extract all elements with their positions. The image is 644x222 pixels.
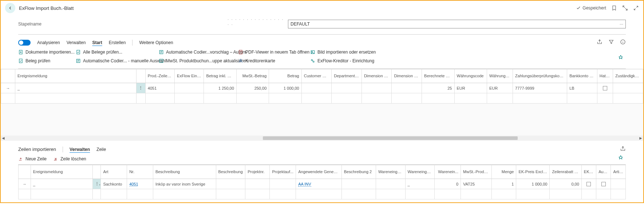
lower-share-icon[interactable] bbox=[620, 146, 626, 153]
lcell-warenein3[interactable]: 0 bbox=[435, 179, 461, 189]
info-icon[interactable] bbox=[620, 39, 626, 46]
lcol-artiknr[interactable]: Artik. Nr. bbox=[611, 165, 626, 179]
scroll-left-icon[interactable]: ◄ bbox=[1, 136, 6, 141]
cell-berechnete[interactable]: 25 bbox=[422, 83, 454, 93]
action-alle-belege-pruefen[interactable]: Alle Belege prüfen... bbox=[76, 50, 156, 55]
lrow-menu-icon[interactable]: ⋮ bbox=[93, 179, 101, 189]
action-exflow-kreditor[interactable]: ExFlow-Kreditor - Einrichtung bbox=[310, 58, 390, 63]
lcol-ekpreis-test[interactable]: EK-Preis test... bbox=[581, 165, 596, 179]
action-neue-zeile[interactable]: Neue Zeile bbox=[18, 156, 47, 161]
col-betrag-inkl[interactable]: Betrag inkl. MwSt. bbox=[204, 69, 236, 83]
lower-data-row[interactable]: → _ ⋮ Sachkonto 4051 Inköp av varor inom… bbox=[19, 179, 626, 189]
cell-event[interactable]: _ bbox=[15, 83, 136, 93]
lcol-mwstprod[interactable]: MwSt.-Produktbuch... bbox=[461, 165, 492, 179]
back-button[interactable] bbox=[5, 3, 15, 13]
lrow-selector-icon[interactable]: → bbox=[19, 179, 31, 189]
col-zustaendig[interactable]: Zuständigkei... bbox=[613, 69, 643, 83]
tab-erstellen[interactable]: Erstellen bbox=[109, 40, 126, 45]
expand-icon[interactable] bbox=[633, 5, 639, 11]
col-berechnete-mwst[interactable]: Berechnete MwSt. % bbox=[422, 69, 454, 83]
col-dim1[interactable]: Dimension 1 (Import) bbox=[361, 69, 392, 83]
col-waehrung[interactable]: Währungscode bbox=[454, 69, 487, 83]
lcol-warenein2[interactable]: Wareneingan... bbox=[405, 165, 435, 179]
bookmark-icon[interactable] bbox=[611, 5, 617, 11]
col-mwst-betrag[interactable]: MwSt.-Betrag bbox=[236, 69, 269, 83]
cell-zahlungs[interactable]: 7777-9999 bbox=[513, 83, 567, 93]
col-hat-dat[interactable]: Hat Dat... bbox=[597, 69, 613, 83]
lcell-angewendete[interactable]: AA INV bbox=[296, 179, 342, 189]
tab-weitere-optionen[interactable]: Weitere Optionen bbox=[139, 40, 173, 45]
cell-waehrung[interactable]: EUR bbox=[454, 83, 487, 93]
lcell-zeilenrabatt[interactable]: 0,00 bbox=[550, 179, 581, 189]
new-window-icon[interactable] bbox=[622, 5, 628, 11]
action-kreditorenkarte[interactable]: Kreditorenkarte bbox=[238, 58, 307, 63]
cell-betrag-inkl[interactable]: 1 250,00 bbox=[204, 83, 236, 93]
lcell-aufzeile[interactable] bbox=[596, 179, 611, 189]
action-bild-importieren[interactable]: Bild importieren oder ersetzen bbox=[310, 50, 390, 55]
lcell-menge[interactable]: 1 bbox=[492, 179, 516, 189]
col-waehrung-import[interactable]: Währungsc... (Import) bbox=[487, 69, 513, 83]
cell-bankkonto[interactable]: LB bbox=[567, 83, 597, 93]
col-exflow-code[interactable]: ExFlow Einkaufscode bbox=[175, 69, 204, 83]
filter-icon[interactable] bbox=[608, 39, 614, 46]
lcol-angewendete[interactable]: Angewendete Genehmigungsregel bbox=[296, 165, 342, 179]
lower-tab-zeile[interactable]: Zeile bbox=[96, 147, 106, 152]
lcol-beschreibung2[interactable]: Beschreibung 2 bbox=[341, 165, 376, 179]
action-dokumente-importieren[interactable]: Dokumente importieren... bbox=[18, 50, 73, 55]
lcell-ekpreis-test[interactable] bbox=[581, 179, 596, 189]
col-bankkonto[interactable]: Bankkonto Empfänger bbox=[567, 69, 597, 83]
lcell-art[interactable]: Sachkonto bbox=[101, 179, 127, 189]
col-betrag[interactable]: Betrag bbox=[269, 69, 301, 83]
tab-start[interactable]: Start bbox=[92, 40, 102, 45]
lcell-mwstprod[interactable]: VAT25 bbox=[461, 179, 492, 189]
analyze-toggle[interactable] bbox=[18, 40, 31, 46]
col-customer-group[interactable]: Customer Group Code bbox=[301, 69, 332, 83]
lcol-ekpreis-excl[interactable]: EK-Preis Excl. VAT bbox=[516, 165, 550, 179]
lcol-zeilenrabatt[interactable]: Zeilenrabatt % (Bestellung) bbox=[550, 165, 581, 179]
action-zeile-loeschen[interactable]: Zeile löschen bbox=[53, 156, 86, 161]
main-empty-row[interactable] bbox=[1, 93, 643, 104]
col-department[interactable]: Department Code bbox=[332, 69, 362, 83]
action-pdf-viewer[interactable]: PDF-Viewer in neuem Tab öffnen bbox=[238, 50, 307, 55]
action-mwst-aktualisieren[interactable]: MwSt. Produktbuchun...uppe aktualisieren bbox=[159, 58, 235, 63]
main-data-row[interactable]: → _ ⋮ 4051 1 250,00 250,00 1 000,00 25 E… bbox=[1, 83, 643, 93]
lcol-warenein1[interactable]: Wareneingan... bbox=[376, 165, 405, 179]
lcol-event[interactable]: Ereignismeldung bbox=[31, 165, 92, 179]
col-ereignismeldung[interactable]: Ereignismeldung bbox=[15, 69, 136, 83]
stapelname-input[interactable]: DEFAULT ··· bbox=[288, 20, 626, 28]
row-menu-icon[interactable]: ⋮ bbox=[136, 83, 145, 93]
scroll-right-icon[interactable]: ► bbox=[638, 136, 643, 141]
col-zahlungsueberpruefung[interactable]: Zahlungsüberprüfungskont... bbox=[513, 69, 567, 83]
col-dim2[interactable]: Dimension 2 (Import) bbox=[392, 69, 422, 83]
cell-hat-dat[interactable] bbox=[597, 83, 613, 93]
share-icon[interactable] bbox=[597, 39, 602, 46]
tab-verwalten[interactable]: Verwalten bbox=[67, 40, 86, 45]
lcol-beschreibung-col[interactable]: Beschreibung bbox=[216, 165, 245, 179]
cell-mwst-betrag[interactable]: 250,00 bbox=[236, 83, 269, 93]
lower-tab-verwalten[interactable]: Verwalten bbox=[70, 147, 90, 152]
lcol-beschreibung[interactable]: Beschreibung bbox=[153, 165, 216, 179]
lcol-warenein3[interactable]: Warenein... bbox=[435, 165, 461, 179]
row-selector-icon[interactable]: → bbox=[1, 83, 15, 93]
lower-pin-icon[interactable] bbox=[618, 155, 624, 162]
action-auto-codier-vorschlag[interactable]: Automatische Codier...vorschlag – Autom. bbox=[159, 50, 235, 55]
cell-exflow[interactable] bbox=[175, 83, 204, 93]
lcell-event[interactable]: _ bbox=[31, 179, 92, 189]
cell-prod[interactable]: 4051 bbox=[145, 83, 174, 93]
lcol-projektauf[interactable]: Projektauf... bbox=[270, 165, 296, 179]
lcol-nr[interactable]: Nr. bbox=[127, 165, 153, 179]
lcol-aufzeile[interactable]: Auf... Zeile prüf... bbox=[596, 165, 611, 179]
stapelname-lookup-icon[interactable]: ··· bbox=[620, 22, 623, 27]
lcol-menge[interactable]: Menge bbox=[492, 165, 516, 179]
scroll-thumb[interactable] bbox=[263, 136, 518, 140]
lcol-projektnr[interactable]: Projektnr. bbox=[245, 165, 270, 179]
pin-icon[interactable] bbox=[618, 55, 624, 62]
lower-empty-row[interactable] bbox=[19, 189, 626, 199]
col-prod-zeile[interactable]: Prod.-Zeile Einstandskon... bbox=[145, 69, 174, 83]
horizontal-scrollbar[interactable]: ◄ ► bbox=[1, 136, 643, 141]
cell-betrag[interactable]: 1 000,00 bbox=[269, 83, 301, 93]
action-beleg-pruefen[interactable]: Beleg prüfen bbox=[18, 58, 73, 63]
lcell-nr[interactable]: 4051 bbox=[127, 179, 153, 189]
lcell-ekpreis-excl[interactable]: 1 000,00 bbox=[516, 179, 550, 189]
lcell-warenein2[interactable]: _ bbox=[405, 179, 435, 189]
